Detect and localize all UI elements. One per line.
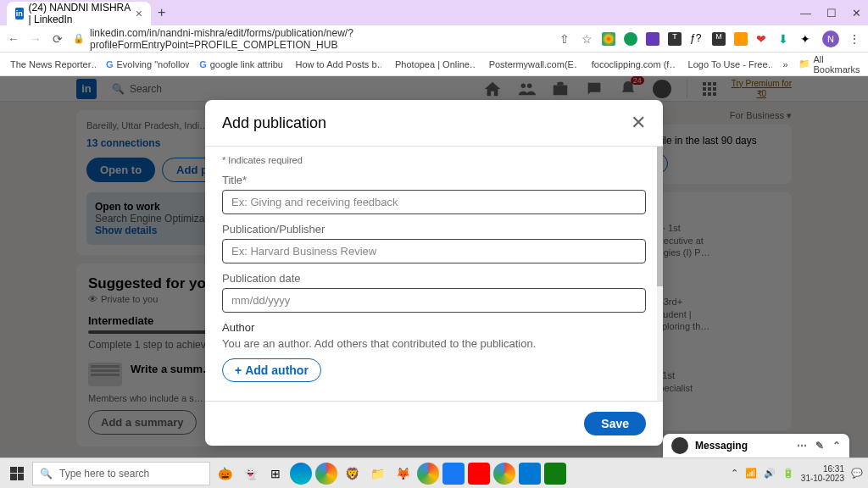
publisher-input[interactable] <box>222 239 646 263</box>
menu-icon[interactable]: ⋮ <box>848 32 861 46</box>
ext-icon[interactable] <box>624 32 637 46</box>
app-icon[interactable] <box>468 463 490 485</box>
taskbar-search[interactable]: 🔍Type here to search <box>32 462 210 485</box>
tray-icon[interactable]: 📶 <box>745 468 757 479</box>
plus-icon: + <box>235 363 242 377</box>
firefox-icon[interactable]: 🦊 <box>392 463 414 485</box>
more-icon[interactable]: ⋯ <box>797 440 807 452</box>
tab-title: (24) NANDNI MISHRA | LinkedIn <box>29 2 131 25</box>
reload-icon[interactable]: ⟳ <box>51 32 64 46</box>
publisher-label: Publication/Publisher <box>222 223 646 236</box>
bookmark-item[interactable]: The News Reporter… <box>7 58 96 70</box>
ext-icon[interactable]: T <box>668 32 682 46</box>
windows-taskbar: 🔍Type here to search 🎃 👻 ⊞ 🦁 📁 🦊 ⌃ 📶 🔊 🔋… <box>0 458 868 488</box>
app-icon[interactable] <box>544 463 566 485</box>
extensions-icon[interactable]: ✦ <box>800 32 814 46</box>
compose-icon[interactable]: ✎ <box>815 440 824 452</box>
chrome-icon[interactable] <box>417 463 439 485</box>
messaging-label: Messaging <box>695 440 748 452</box>
app-icon[interactable] <box>519 463 541 485</box>
bookmarks-bar: The News Reporter… GEvolving "nofollow"…… <box>0 53 868 76</box>
add-author-button[interactable]: +Add author <box>222 358 321 382</box>
tray-icon[interactable]: 🔊 <box>764 468 776 479</box>
ext-icon[interactable]: ⬇ <box>778 32 792 46</box>
edge-icon[interactable] <box>290 463 312 485</box>
bookmark-item[interactable]: Postermywall.com(E… <box>486 58 578 70</box>
msg-avatar-icon <box>671 437 688 454</box>
minimize-icon[interactable]: — <box>800 7 811 19</box>
app-icon[interactable] <box>442 463 465 485</box>
ext-icon[interactable]: ❤ <box>756 32 770 46</box>
ext-icon[interactable] <box>734 32 748 46</box>
window-controls: — ☐ ✕ <box>800 7 861 19</box>
modal-title: Add publication <box>222 114 326 132</box>
back-icon[interactable]: ← <box>7 32 20 46</box>
tray-icon[interactable]: ⌃ <box>731 468 738 479</box>
all-bookmarks-button[interactable]: 📁All Bookmarks <box>798 54 862 75</box>
star-icon[interactable]: ☆ <box>580 32 593 46</box>
bookmark-overflow-icon[interactable]: » <box>782 59 787 69</box>
add-publication-modal: Add publication ✕ * Indicates required T… <box>205 100 663 446</box>
ext-icon[interactable]: M <box>712 32 726 46</box>
share-icon[interactable]: ⇧ <box>558 32 571 46</box>
author-note: You are an author. Add others that contr… <box>222 337 646 350</box>
close-window-icon[interactable]: ✕ <box>852 7 861 19</box>
scrollbar[interactable] <box>657 147 663 401</box>
tab-close-icon[interactable]: × <box>136 7 142 20</box>
profile-avatar-icon[interactable]: N <box>822 30 839 47</box>
ext-icon[interactable]: ƒ? <box>690 32 704 46</box>
maximize-icon[interactable]: ☐ <box>826 7 837 19</box>
extension-icons: T ƒ? M ❤ ⬇ ✦ N ⋮ <box>602 30 861 47</box>
author-label: Author <box>222 321 646 334</box>
url-text: linkedin.com/in/nandni-mishra/edit/forms… <box>90 27 549 51</box>
title-input[interactable] <box>222 190 646 214</box>
close-icon[interactable]: ✕ <box>631 112 646 134</box>
chrome-icon[interactable] <box>493 463 515 485</box>
tray-icon[interactable]: 🔋 <box>782 468 794 479</box>
save-button[interactable]: Save <box>584 412 646 435</box>
explorer-icon[interactable]: 📁 <box>366 463 388 485</box>
start-button[interactable] <box>5 462 29 485</box>
required-note: * Indicates required <box>222 155 646 165</box>
notification-icon[interactable]: 💬 <box>851 468 863 479</box>
chrome-icon[interactable] <box>315 463 337 485</box>
bookmark-item[interactable]: GEvolving "nofollow"… <box>106 59 189 69</box>
ext-icon[interactable] <box>646 32 659 46</box>
address-bar: ← → ⟳ 🔒 linkedin.com/in/nandni-mishra/ed… <box>0 25 868 53</box>
url-field[interactable]: 🔒 linkedin.com/in/nandni-mishra/edit/for… <box>73 27 549 51</box>
task-icon[interactable]: 👻 <box>239 463 261 485</box>
title-label: Title* <box>222 174 646 186</box>
brave-icon[interactable]: 🦁 <box>341 463 363 485</box>
bookmark-item[interactable]: Logo To Use - Free… <box>685 58 773 70</box>
forward-icon[interactable]: → <box>29 32 42 46</box>
search-icon: 🔍 <box>40 468 53 480</box>
page-content: in 🔍 Search 24 Try Premium for₹0 Bareill… <box>0 76 868 488</box>
bookmark-item[interactable]: How to Add Posts b… <box>292 58 382 70</box>
bookmark-item[interactable]: Photopea | Online… <box>392 58 476 70</box>
browser-tab[interactable]: in (24) NANDNI MISHRA | LinkedIn × <box>7 2 151 25</box>
bookmark-item[interactable]: fococlipping.com (f… <box>588 58 675 70</box>
bookmark-item[interactable]: Ggoogle link attributi… <box>199 59 281 69</box>
date-label: Publication date <box>222 272 646 285</box>
chevron-up-icon[interactable]: ⌃ <box>832 440 841 452</box>
system-tray: ⌃ 📶 🔊 🔋 16:31 31-10-2023 💬 <box>731 464 863 483</box>
messaging-bar[interactable]: Messaging ⋯ ✎ ⌃ <box>663 434 849 458</box>
clock[interactable]: 16:31 31-10-2023 <box>801 464 844 483</box>
lock-icon: 🔒 <box>73 33 85 44</box>
date-input[interactable] <box>222 288 646 313</box>
taskview-icon[interactable]: ⊞ <box>264 463 287 485</box>
new-tab-button[interactable]: + <box>158 5 165 20</box>
task-icon[interactable]: 🎃 <box>214 463 236 485</box>
ext-icon[interactable] <box>602 32 615 46</box>
linkedin-favicon: in <box>15 8 24 19</box>
browser-titlebar: in (24) NANDNI MISHRA | LinkedIn × + — ☐… <box>0 0 868 25</box>
